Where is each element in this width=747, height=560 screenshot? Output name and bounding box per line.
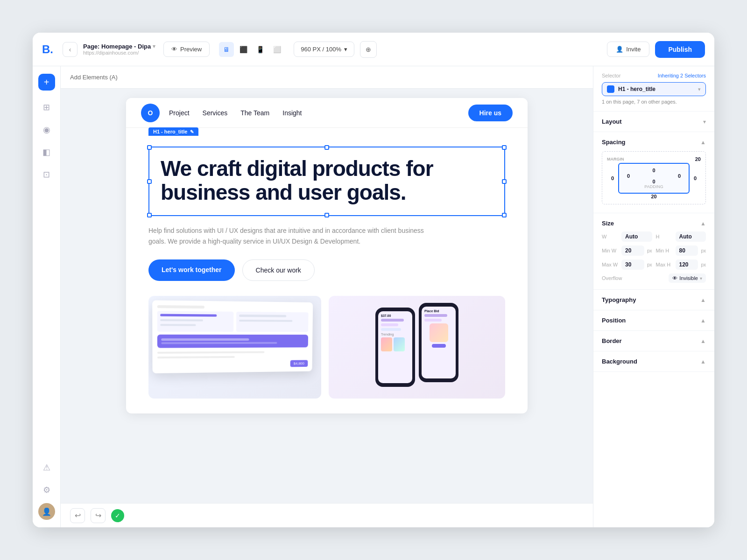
handle-tl[interactable] [147,145,152,150]
handle-br[interactable] [502,213,507,217]
three-d-button[interactable]: ⊕ [360,41,377,58]
maxw-unit: px [647,262,652,267]
selector-name: H1 - hero_title [618,86,694,92]
typography-label: Typography [602,296,636,303]
hero-section: H1 - hero_title ✎ [126,128,528,296]
handle-ml[interactable] [147,179,152,184]
undo-button[interactable]: ↩ [70,508,85,523]
h-value[interactable]: Auto [676,231,706,242]
sidebar-bottom: ⚠ ⚙ 👤 [37,458,56,520]
selector-tag[interactable]: H1 - hero_title ▾ [602,82,706,96]
site-nav-links: Project Services The Team Insight [169,109,468,117]
typography-section[interactable]: Typography ▲ [593,290,714,310]
desktop-icon[interactable]: 🖥 [219,42,234,57]
position-section[interactable]: Position ▲ [593,310,714,331]
minh-value[interactable]: 80 [676,245,698,256]
canvas-content[interactable]: O Project Services The Team Insight Hire… [61,89,593,503]
min-height-field: Min H 80 px [656,245,706,256]
sidebar-icon-pages[interactable]: ◧ [37,143,56,161]
sidebar-icon-colors[interactable]: ◉ [37,120,56,139]
canvas-header: Add Elements (A) [61,66,593,89]
selector-chevron[interactable]: ▾ [698,86,701,92]
maxh-unit: px [701,262,706,267]
page-url: https://dipainhouse.com/ [83,50,158,56]
page-title: Page: Homepage - Dipa ▾ [83,43,158,50]
padding-right-value[interactable]: 0 [675,173,684,179]
margin-right-value[interactable]: 0 [690,175,701,181]
hire-us-button[interactable]: Hire us [468,105,513,121]
topbar: B. ‹ Page: Homepage - Dipa ▾ https://dip… [33,33,714,66]
wide-icon[interactable]: ⬜ [269,42,284,57]
size-header[interactable]: Size ▲ [602,220,706,227]
selector-color-box [607,85,614,93]
handle-tc[interactable] [324,145,329,150]
spacing-header[interactable]: Spacing ▲ [602,139,706,146]
margin-left-value[interactable]: 0 [607,175,618,181]
redo-button[interactable]: ↪ [91,508,106,523]
hero-text-box[interactable]: We craft digital products for business a… [148,147,505,216]
size-chevron: ▲ [700,220,706,227]
maxh-value[interactable]: 120 [676,259,698,270]
screenshots-row: $4,800 $37.00 [126,296,528,413]
mobile-frame-2: Place Bid [419,303,458,382]
device-icons: 🖥 ⬛ 📱 ⬜ [219,42,284,57]
border-section[interactable]: Border ▲ [593,331,714,351]
overflow-chevron: ▾ [700,276,702,281]
w-value[interactable]: Auto [621,231,652,242]
add-elements-label: Add Elements (A) [70,74,118,81]
invite-button[interactable]: 👤 Invite [607,42,649,57]
invite-label: Invite [626,46,641,53]
handle-mr[interactable] [502,179,507,184]
selection-label: H1 - hero_title ✎ [148,127,198,136]
preview-label: Preview [180,46,202,53]
nav-link-project[interactable]: Project [169,109,190,117]
nav-link-insight[interactable]: Insight [282,109,302,117]
nav-link-team[interactable]: The Team [240,109,269,117]
background-section[interactable]: Background ▲ [593,351,714,372]
layout-section[interactable]: Layout ▾ [593,112,714,132]
maxw-value[interactable]: 30 [621,259,644,270]
sidebar-icon-settings[interactable]: ⚙ [37,481,56,499]
lets-work-button[interactable]: Let's work together [148,259,235,281]
hero-title: We craft digital products for business a… [161,157,493,204]
mobile-icon[interactable]: 📱 [253,42,268,57]
publish-button[interactable]: Publish [655,41,705,58]
padding-top-value[interactable]: 0 [624,168,684,173]
site-navbar: O Project Services The Team Insight Hire… [126,98,528,128]
preview-icon: 👁 [171,46,177,53]
padding-box: 0 0 0 0 PADDING [618,163,690,194]
bottom-bar: ↩ ↪ ✓ [61,503,593,527]
resolution-button[interactable]: 960 PX / 100% ▾ [294,42,354,57]
inheriting-label: Inheriting 2 Selectors [658,73,706,78]
sidebar-icon-warning[interactable]: ⚠ [37,458,56,477]
margin-top-value[interactable]: 20 [695,156,701,162]
nav-link-services[interactable]: Services [203,109,228,117]
avatar[interactable]: 👤 [38,503,55,520]
check-work-button[interactable]: Check our work [242,259,315,281]
handle-bc[interactable] [324,213,329,217]
min-width-field: Min W 20 px [602,245,652,256]
back-button[interactable]: ‹ [63,42,78,57]
edit-icon[interactable]: ✎ [190,129,194,134]
sidebar-icon-layouts[interactable]: ⊞ [37,98,56,117]
margin-bottom-value[interactable]: 20 [607,194,701,199]
preview-button[interactable]: 👁 Preview [163,42,210,57]
overflow-value[interactable]: 👁 Invisible ▾ [669,273,706,283]
width-field: W Auto [602,231,652,242]
mobile-frame-1: $37.00 Trending [375,308,415,387]
page-title-chevron[interactable]: ▾ [153,43,155,49]
handle-tr[interactable] [502,145,507,150]
padding-bottom-value[interactable]: 0 [624,179,684,184]
selector-section: Selector Inheriting 2 Selectors H1 - her… [593,66,714,112]
minw-value[interactable]: 20 [621,245,644,256]
padding-left-value[interactable]: 0 [624,173,633,179]
padding-sides: 0 0 [624,173,684,179]
minh-unit: px [701,248,706,253]
minw-label: Min W [602,248,619,253]
sidebar-icon-images[interactable]: ⊡ [37,165,56,184]
add-elements-button[interactable]: + [38,74,55,91]
resolution-label: 960 PX / 100% [301,46,341,53]
page-info: Page: Homepage - Dipa ▾ https://dipainho… [83,43,158,56]
tablet-icon[interactable]: ⬛ [236,42,251,57]
handle-bl[interactable] [147,213,152,217]
